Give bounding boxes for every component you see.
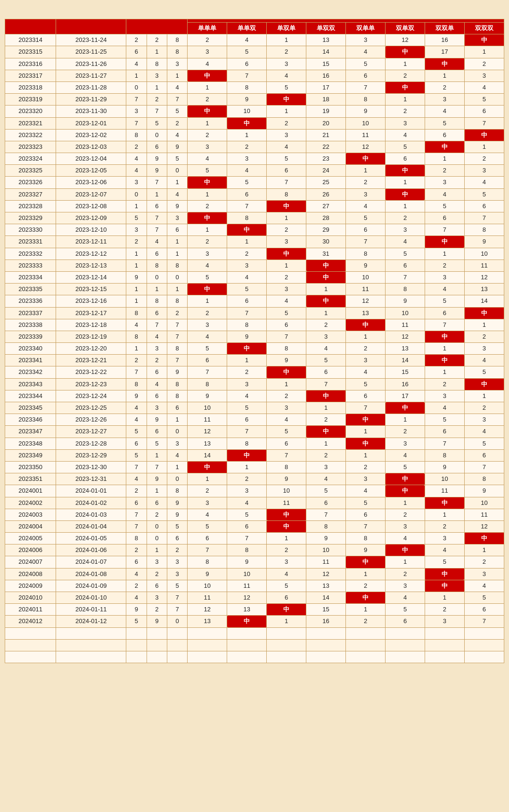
cell-col-2: 3 bbox=[267, 284, 306, 295]
cell-col-4: 8 bbox=[346, 533, 386, 544]
cell-col-2: 8 bbox=[267, 188, 306, 200]
table-row-empty bbox=[5, 627, 504, 639]
cell-col-2: 5 bbox=[267, 580, 306, 592]
cell-digit-0: 8 bbox=[126, 129, 147, 141]
cell-col-6: 7 bbox=[425, 319, 464, 331]
cell-date: 2023-12-10 bbox=[56, 224, 126, 236]
cell-digit-0: 3 bbox=[126, 106, 147, 117]
cell-id: 2024002 bbox=[5, 497, 56, 509]
cell-col-6: 6 bbox=[425, 307, 464, 319]
cell-digit-0: 2 bbox=[126, 141, 147, 153]
cell-col-1: 12 bbox=[227, 592, 267, 604]
cell-col-4: 2 bbox=[346, 343, 386, 355]
cell-col-2: 中 bbox=[267, 366, 306, 378]
cell-digit-0: 6 bbox=[126, 438, 147, 449]
cell-col-1: 10 bbox=[227, 568, 267, 580]
cell-id: 2023337 bbox=[5, 307, 56, 319]
cell-id: 2023349 bbox=[5, 449, 56, 461]
cell-date: 2024-01-03 bbox=[56, 509, 126, 520]
cell-col-5: 7 bbox=[386, 271, 425, 283]
cell-col-2: 7 bbox=[267, 177, 306, 188]
cell-digit-0: 6 bbox=[126, 46, 147, 58]
cell-id: 2024010 bbox=[5, 592, 56, 604]
cell-digit-1: 2 bbox=[147, 568, 167, 580]
cell-digit-2: 1 bbox=[167, 70, 187, 81]
cell-date: 2024-01-11 bbox=[56, 604, 126, 616]
cell-col-4: 3 bbox=[346, 355, 386, 366]
cell-id: 2023350 bbox=[5, 461, 56, 473]
cell-col-6: 1 bbox=[425, 248, 464, 260]
cell-col-5: 9 bbox=[386, 295, 425, 307]
cell-col-3: 27 bbox=[306, 200, 346, 212]
cell-col-1: 3 bbox=[227, 260, 267, 271]
cell-col-5: 4 bbox=[386, 129, 425, 141]
cell-id: 2023328 bbox=[5, 200, 56, 212]
cell-date: 2023-12-05 bbox=[56, 165, 126, 177]
cell-digit-1: 6 bbox=[147, 390, 167, 402]
cell-col-2: 4 bbox=[267, 414, 306, 426]
cell-col-3: 8 bbox=[306, 520, 346, 532]
cell-col-3: 13 bbox=[306, 34, 346, 46]
cell-col-0: 7 bbox=[188, 366, 227, 378]
cell-digit-0: 4 bbox=[126, 473, 147, 485]
table-row: 20240122024-01-1259013中1162637 bbox=[5, 616, 504, 627]
table-row: 20233232023-12-0326932422125中1 bbox=[5, 141, 504, 153]
cell-col-7: 4 bbox=[464, 580, 504, 592]
cell-date: 2023-12-14 bbox=[56, 271, 126, 283]
cell-col-2: 1 bbox=[267, 34, 306, 46]
cell-col-0: 13 bbox=[188, 438, 227, 449]
cell-col-0: 5 bbox=[188, 343, 227, 355]
cell-col-3: 28 bbox=[306, 212, 346, 224]
cell-col-1: 7 bbox=[227, 200, 267, 212]
cell-col-4: 5 bbox=[346, 497, 386, 509]
cell-digit-2: 8 bbox=[167, 485, 187, 497]
cell-id: 2023318 bbox=[5, 81, 56, 93]
cell-digit-1: 8 bbox=[147, 260, 167, 271]
table-row: 20233382023-12-184773862中1171 bbox=[5, 319, 504, 331]
cell-digit-0: 9 bbox=[126, 390, 147, 402]
cell-col-4: 1 bbox=[346, 568, 386, 580]
cell-col-7: 5 bbox=[464, 188, 504, 200]
cell-col-0: 4 bbox=[188, 260, 227, 271]
cell-digit-0: 2 bbox=[126, 34, 147, 46]
cell-col-1: 8 bbox=[227, 212, 267, 224]
cell-col-5: 4 bbox=[386, 449, 425, 461]
cell-col-6: 9 bbox=[425, 461, 464, 473]
cell-digit-2: 7 bbox=[167, 604, 187, 616]
cell-col-1: 9 bbox=[227, 331, 267, 342]
cell-col-2: 中 bbox=[267, 509, 306, 520]
cell-digit-0: 4 bbox=[126, 319, 147, 331]
cell-digit-1: 0 bbox=[147, 520, 167, 532]
cell-col-3: 16 bbox=[306, 616, 346, 627]
cell-col-7: 7 bbox=[464, 117, 504, 129]
cell-col-4: 1 bbox=[346, 331, 386, 342]
cell-col-4: 8 bbox=[346, 94, 386, 106]
cell-col-5: 1 bbox=[386, 414, 425, 426]
cell-digit-2: 7 bbox=[167, 355, 187, 366]
cell-col-4: 7 bbox=[346, 236, 386, 248]
header-col-7: 双双双 bbox=[464, 23, 504, 34]
cell-col-1: 4 bbox=[227, 497, 267, 509]
cell-col-7: 8 bbox=[464, 473, 504, 485]
cell-col-3: 2 bbox=[306, 449, 346, 461]
cell-col-3: 14 bbox=[306, 592, 346, 604]
cell-col-0: 8 bbox=[188, 378, 227, 390]
cell-col-3: 31 bbox=[306, 248, 346, 260]
cell-digit-1: 3 bbox=[147, 592, 167, 604]
cell-col-4: 2 bbox=[346, 580, 386, 592]
cell-col-5: 中 bbox=[386, 81, 425, 93]
cell-digit-0: 7 bbox=[126, 366, 147, 378]
cell-col-0: 10 bbox=[188, 580, 227, 592]
cell-date: 2023-12-15 bbox=[56, 284, 126, 295]
cell-col-7: 11 bbox=[464, 260, 504, 271]
cell-digit-2: 5 bbox=[167, 106, 187, 117]
cell-col-1: 8 bbox=[227, 319, 267, 331]
cell-digit-1: 1 bbox=[147, 449, 167, 461]
cell-date: 2023-12-25 bbox=[56, 402, 126, 414]
cell-col-7: 3 bbox=[464, 343, 504, 355]
cell-col-0: 4 bbox=[188, 331, 227, 342]
cell-digit-1: 6 bbox=[147, 307, 167, 319]
cell-col-4: 9 bbox=[346, 106, 386, 117]
cell-id: 2024004 bbox=[5, 520, 56, 532]
cell-digit-0: 2 bbox=[126, 355, 147, 366]
